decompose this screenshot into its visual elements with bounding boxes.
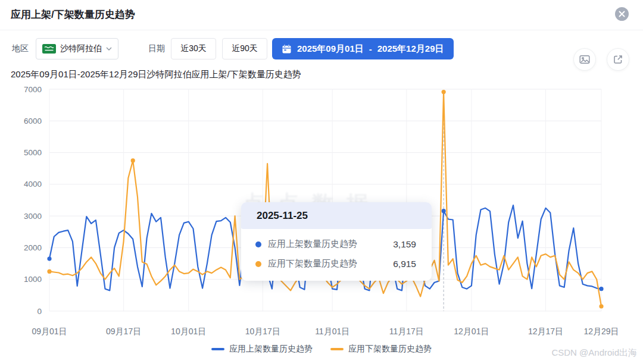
corner-watermark: CSDN @Android出海 [551, 347, 637, 359]
svg-text:12月01日: 12月01日 [454, 327, 489, 336]
external-link-icon [613, 54, 623, 65]
svg-text:11月01日: 11月01日 [315, 327, 349, 336]
close-icon [619, 11, 625, 17]
svg-text:09月17日: 09月17日 [106, 327, 141, 336]
chevron-down-icon [106, 47, 112, 51]
svg-text:2000: 2000 [24, 243, 42, 252]
tooltip-row-delisted: 应用下架数量历史趋势 6,915 [241, 254, 432, 274]
chart-tooltip: 2025-11-25 应用上架数量历史趋势 3,159 应用下架数量历史趋势 6… [241, 202, 432, 281]
close-button[interactable] [615, 7, 629, 21]
region-value: 沙特阿拉伯 [60, 43, 102, 54]
saudi-flag-icon [42, 44, 56, 54]
tooltip-row-value: 6,915 [393, 259, 416, 269]
svg-text:7000: 7000 [24, 85, 42, 94]
svg-text:10月01日: 10月01日 [171, 327, 206, 336]
tooltip-row-label: 应用下架数量历史趋势 [268, 258, 357, 269]
svg-text:6000: 6000 [24, 117, 42, 125]
svg-text:0: 0 [37, 307, 42, 316]
svg-text:1000: 1000 [24, 275, 42, 284]
tooltip-row-label: 应用上架数量历史趋势 [268, 239, 357, 250]
svg-text:3000: 3000 [24, 212, 42, 221]
legend-label: 应用下架数量历史趋势 [348, 344, 432, 354]
region-select[interactable]: 沙特阿拉伯 [36, 38, 118, 59]
tooltip-row-listed: 应用上架数量历史趋势 3,159 [241, 234, 432, 254]
legend-swatch-icon [330, 348, 344, 351]
date-label: 日期 [148, 43, 165, 54]
calendar-icon [282, 44, 292, 54]
legend-item[interactable]: 应用下架数量历史趋势 [330, 344, 432, 354]
orange-series-dot-icon [255, 261, 261, 267]
chart-area: 0100020003000400050006000700009月01日09月17… [0, 82, 643, 345]
trend-modal: 应用上架/下架数量历史趋势 地区 沙特阿拉伯 日期 近30天 近90天 [0, 0, 643, 364]
legend-swatch-icon [211, 348, 224, 351]
chart-subtitle: 2025年09月01日-2025年12月29日沙特阿拉伯应用上架/下架数量历史趋… [11, 69, 301, 80]
region-label: 地区 [12, 43, 29, 54]
svg-text:4000: 4000 [24, 180, 42, 189]
tooltip-body: 应用上架数量历史趋势 3,159 应用下架数量历史趋势 6,915 [241, 229, 432, 281]
svg-text:5000: 5000 [24, 148, 42, 157]
chart-legend: 应用上架数量历史趋势应用下架数量历史趋势 [0, 344, 643, 354]
tooltip-date: 2025-11-25 [241, 202, 432, 229]
svg-text:12月17日: 12月17日 [528, 327, 563, 336]
svg-text:11月17日: 11月17日 [389, 327, 424, 336]
tooltip-row-value: 3,159 [393, 239, 416, 250]
page-title: 应用上架/下架数量历史趋势 [11, 0, 135, 30]
range-30d-button[interactable]: 近30天 [171, 38, 216, 59]
legend-item[interactable]: 应用上架数量历史趋势 [211, 344, 313, 354]
svg-text:10月17日: 10月17日 [245, 327, 280, 336]
svg-text:09月01日: 09月01日 [32, 327, 67, 336]
modal-header: 应用上架/下架数量历史趋势 [0, 0, 643, 30]
open-external-button[interactable] [607, 48, 629, 71]
legend-label: 应用上架数量历史趋势 [229, 344, 313, 354]
date-range-separator: - [369, 44, 372, 54]
range-90d-button[interactable]: 近90天 [222, 38, 267, 59]
blue-series-dot-icon [255, 241, 261, 247]
date-range-picker[interactable]: 2025年09月01日 - 2025年12月29日 [272, 38, 454, 59]
svg-text:12月29日: 12月29日 [583, 327, 619, 336]
date-range-end: 2025年12月29日 [377, 43, 444, 55]
export-image-button[interactable] [573, 48, 596, 71]
filter-bar: 地区 沙特阿拉伯 日期 近30天 近90天 2025年09月01日 [12, 38, 454, 59]
image-icon [579, 54, 590, 65]
date-range-start: 2025年09月01日 [297, 43, 364, 55]
